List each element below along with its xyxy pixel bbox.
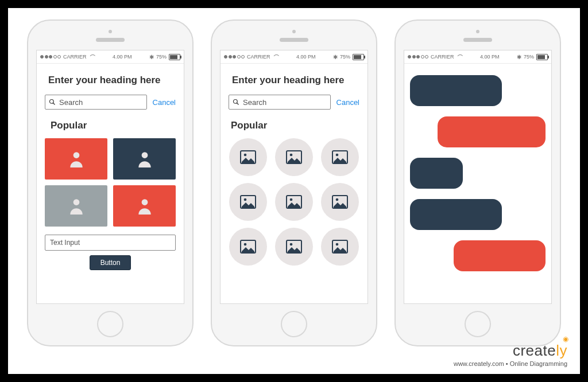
svg-point-15 [244, 198, 247, 201]
brand-name-a: create [513, 342, 556, 359]
user-icon [69, 197, 84, 215]
svg-point-11 [290, 154, 293, 157]
image-icon [332, 240, 348, 254]
chat-thread [404, 64, 551, 283]
image-item[interactable] [321, 138, 359, 176]
wifi-icon [273, 54, 279, 59]
popular-tile[interactable] [113, 138, 176, 180]
home-button[interactable] [97, 311, 123, 337]
image-icon [332, 195, 348, 209]
svg-point-6 [234, 100, 238, 104]
bluetooth-icon: ✱ [149, 54, 154, 60]
svg-point-23 [290, 243, 293, 246]
user-icon [137, 150, 152, 167]
svg-point-3 [141, 152, 148, 158]
search-icon [233, 99, 239, 106]
svg-point-2 [73, 152, 79, 158]
status-bar: CARRIER 4.00 PM ✱ 75% [37, 50, 184, 64]
page-heading: Enter your heading here [48, 74, 172, 87]
battery-icon [536, 54, 548, 60]
image-icon [240, 195, 256, 209]
svg-point-25 [336, 243, 339, 246]
popular-tile[interactable] [45, 138, 107, 180]
bluetooth-icon: ✱ [517, 54, 521, 60]
search-placeholder: Search [59, 98, 83, 107]
brand-footer: ◉ creately www.creately.com • Online Dia… [454, 342, 567, 367]
signal-icon [224, 55, 245, 59]
speaker-bar [463, 38, 492, 42]
image-grid [229, 138, 359, 266]
svg-point-17 [290, 198, 293, 201]
cancel-link[interactable]: Cancel [336, 98, 359, 107]
search-placeholder: Search [243, 98, 266, 107]
phone-screen-3: CARRIER 4.00 PM ✱ 75% [404, 50, 552, 304]
text-input[interactable]: Text Input [45, 235, 176, 251]
svg-point-9 [244, 154, 247, 157]
image-item[interactable] [229, 183, 267, 221]
svg-point-21 [244, 243, 247, 246]
battery-icon [353, 54, 364, 60]
phone-frame-1: CARRIER 4.00 PM ✱ 75% Enter your heading… [27, 20, 194, 346]
wireframe-stage: CARRIER 4.00 PM ✱ 75% Enter your heading… [8, 8, 580, 374]
signal-icon [408, 55, 428, 59]
clock: 4.00 PM [480, 54, 500, 60]
image-item[interactable] [275, 138, 313, 176]
chat-bubble-sent[interactable] [454, 240, 546, 271]
speaker-bar [280, 38, 308, 42]
user-icon [69, 150, 84, 167]
battery-pct: 75% [340, 54, 350, 60]
speaker-bar [96, 38, 125, 42]
chat-bubble-received[interactable] [410, 75, 502, 106]
status-bar: CARRIER 4.00 PM ✱ 75% [404, 50, 551, 64]
status-bar: CARRIER 4.00 PM ✱ 75% [220, 50, 368, 64]
image-item[interactable] [275, 228, 313, 266]
popular-tile[interactable] [113, 185, 176, 227]
chat-bubble-sent[interactable] [438, 116, 546, 147]
bluetooth-icon: ✱ [333, 54, 338, 60]
svg-line-1 [53, 103, 55, 105]
phone-screen-2: CARRIER 4.00 PM ✱ 75% Enter your heading… [220, 50, 368, 304]
popular-tile[interactable] [45, 185, 107, 227]
section-title: Popular [231, 120, 359, 131]
search-input[interactable]: Search [45, 95, 147, 110]
image-icon [332, 150, 348, 164]
chat-bubble-received[interactable] [410, 158, 463, 189]
popular-grid [45, 138, 176, 227]
brand-logo: ◉ creately [513, 342, 567, 360]
battery-icon [169, 54, 180, 60]
brand-name-b: ly [556, 342, 567, 359]
image-item[interactable] [229, 228, 267, 266]
image-item[interactable] [275, 183, 313, 221]
cancel-link[interactable]: Cancel [153, 98, 176, 107]
wifi-icon [89, 54, 95, 59]
page-heading: Enter your heading here [232, 74, 356, 87]
user-icon [137, 197, 152, 215]
clock: 4.00 PM [296, 54, 316, 60]
phone-frame-2: CARRIER 4.00 PM ✱ 75% Enter your heading… [211, 20, 377, 346]
clock: 4.00 PM [113, 54, 132, 60]
home-button[interactable] [465, 311, 491, 337]
phone-screen-1: CARRIER 4.00 PM ✱ 75% Enter your heading… [36, 50, 184, 304]
image-item[interactable] [321, 228, 359, 266]
camera-dot [292, 30, 296, 33]
section-title: Popular [51, 120, 176, 131]
chat-bubble-received[interactable] [410, 199, 502, 230]
battery-pct: 75% [156, 54, 167, 60]
button-label: Button [100, 259, 121, 267]
image-icon [286, 195, 302, 209]
svg-point-13 [336, 154, 339, 157]
svg-point-0 [50, 100, 54, 104]
image-item[interactable] [321, 183, 359, 221]
home-button[interactable] [281, 311, 307, 337]
camera-dot [476, 30, 479, 33]
carrier-label: CARRIER [247, 54, 270, 60]
search-input[interactable]: Search [229, 95, 331, 110]
image-icon [286, 240, 302, 254]
image-icon [240, 150, 256, 164]
text-input-placeholder: Text Input [50, 239, 80, 247]
image-item[interactable] [229, 138, 267, 176]
submit-button[interactable]: Button [90, 255, 131, 270]
wifi-icon [457, 54, 463, 59]
svg-point-19 [336, 198, 339, 201]
image-icon [240, 240, 256, 254]
